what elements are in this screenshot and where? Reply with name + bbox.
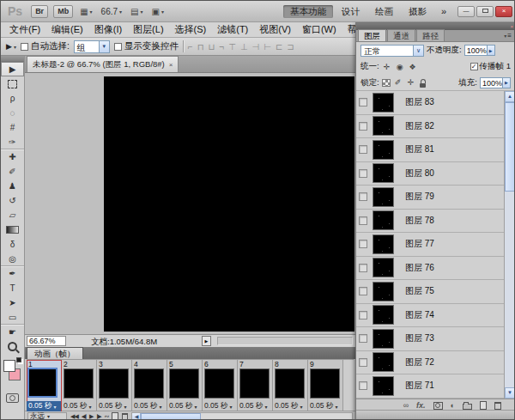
layer-thumbnail[interactable]	[373, 258, 394, 277]
panel-tab[interactable]: 通道	[387, 29, 415, 41]
layer-row[interactable]: 图层 78	[356, 210, 515, 234]
status-menu-button[interactable]: ▶	[202, 336, 211, 346]
align-icon[interactable]: ⊤	[228, 42, 236, 52]
status-zoom-input[interactable]: 66.67%	[27, 336, 66, 346]
more-workspaces-button[interactable]: »	[439, 6, 449, 16]
layer-thumbnail[interactable]	[373, 282, 394, 301]
layer-row[interactable]: 图层 81	[356, 138, 515, 162]
layer-thumbnail[interactable]	[373, 187, 394, 207]
visibility-toggle[interactable]	[359, 334, 367, 343]
minimize-button[interactable]: —	[457, 6, 475, 17]
animation-frame[interactable]: 2 0.05 秒 ▾	[62, 360, 97, 411]
horizontal-scrollbar[interactable]	[217, 337, 353, 345]
scroll-down-button[interactable]: ▼	[505, 387, 515, 399]
panel-tab[interactable]: 路径	[416, 29, 445, 41]
hand-tool[interactable]: ☛	[1, 325, 24, 339]
current-tool-indicator[interactable]: ▶ ▾	[6, 42, 16, 51]
animation-frame[interactable]: 4 0.05 秒 ▾	[132, 360, 167, 411]
animation-frame[interactable]: 8 0.05 秒 ▾	[273, 360, 308, 411]
close-icon[interactable]: ×	[169, 61, 173, 69]
lasso-tool[interactable]: ρ	[1, 91, 24, 106]
align-icon[interactable]: ⊓	[197, 42, 204, 52]
play-button[interactable]: ▶	[89, 413, 93, 420]
default-colors-icon[interactable]	[16, 357, 21, 362]
visibility-toggle[interactable]	[359, 240, 367, 248]
visibility-toggle[interactable]	[359, 192, 367, 201]
align-icon[interactable]: ⊔	[209, 42, 215, 52]
auto-select-scope-dropdown[interactable]: 组 ▾	[74, 40, 110, 53]
clone-stamp-tool[interactable]: ♟	[1, 179, 24, 193]
frame-thumbnail[interactable]	[64, 368, 94, 399]
unify-visibility-icon[interactable]: ◉	[395, 63, 405, 71]
scrubber-arrow-icon[interactable]: ▶	[487, 46, 494, 55]
layers-scrollbar[interactable]: ▲ ▼	[504, 91, 515, 399]
animation-frame[interactable]: 5 0.05 秒 ▾	[167, 360, 203, 411]
zoom-tool[interactable]	[1, 339, 24, 354]
show-transform-checkbox[interactable]: 显示变换控件	[114, 40, 179, 52]
next-frame-button[interactable]: |▶	[96, 413, 100, 420]
animation-panel-tab[interactable]: 动画（帧）	[27, 347, 83, 359]
align-icon[interactable]: ¬	[219, 42, 224, 52]
frame-thumbnail[interactable]	[169, 368, 199, 399]
scrubber-arrow-icon[interactable]: ▶	[502, 78, 510, 88]
animation-frame[interactable]: 1 0.05 秒 ▾	[27, 360, 62, 411]
link-layers-icon[interactable]: ∞	[403, 401, 409, 410]
workspace-button[interactable]: 摄影	[402, 5, 433, 18]
type-tool[interactable]: T	[1, 281, 24, 295]
menu-item[interactable]: 编辑(E)	[46, 22, 88, 37]
adjustment-layer-icon[interactable]: ◐	[451, 401, 455, 410]
unify-style-icon[interactable]: ❖	[408, 63, 418, 71]
layer-mask-icon[interactable]	[433, 402, 443, 410]
frame-duration-button[interactable]: 0.05 秒 ▾	[27, 401, 61, 411]
restore-button[interactable]	[476, 6, 494, 17]
animation-scrollbar[interactable]: ◀	[131, 412, 353, 420]
mini-bridge-button[interactable]: Mb	[53, 5, 73, 18]
layer-row[interactable]: 图层 71	[356, 374, 515, 399]
canvas-area[interactable]	[25, 73, 355, 334]
tween-button[interactable]: ∾	[105, 413, 109, 420]
toolbar-collapse-button[interactable]	[1, 56, 24, 62]
visibility-toggle[interactable]	[359, 358, 367, 367]
opacity-input[interactable]: 100% ▶	[464, 45, 495, 56]
eraser-tool[interactable]: ▱	[1, 208, 24, 222]
animation-frame[interactable]: 6 0.05 秒 ▾	[203, 360, 238, 411]
frame-thumbnail[interactable]	[99, 368, 129, 399]
layer-row[interactable]: 图层 83	[356, 91, 515, 115]
frame-thumbnail[interactable]	[27, 368, 58, 398]
layer-row[interactable]: 图层 82	[356, 115, 515, 139]
scroll-left-button[interactable]: ◀	[132, 413, 141, 420]
visibility-toggle[interactable]	[359, 381, 367, 390]
animation-frame[interactable]: 3 0.05 秒 ▾	[97, 360, 132, 411]
layer-thumbnail[interactable]	[373, 234, 394, 254]
align-icon[interactable]: ⊐	[287, 42, 294, 52]
menu-item[interactable]: 图层(L)	[128, 22, 168, 37]
layer-thumbnail[interactable]	[373, 140, 394, 160]
menu-item[interactable]: 视图(V)	[254, 22, 296, 37]
document-tab[interactable]: 未标题-2 @ 66.7% (图层 1, RGB/8#) ×	[27, 56, 179, 72]
menu-item[interactable]: 选择(S)	[170, 22, 212, 37]
visibility-toggle[interactable]	[359, 98, 367, 107]
align-icon[interactable]: ⊢	[264, 42, 271, 52]
gradient-tool[interactable]	[1, 222, 24, 237]
view-extras-button[interactable]: ▤ ▾	[129, 7, 144, 16]
workspace-button[interactable]: 设计	[335, 5, 367, 18]
auto-select-checkbox[interactable]: 自动选择:	[21, 40, 70, 52]
layer-style-icon[interactable]: fx.	[416, 401, 426, 410]
visibility-toggle[interactable]	[359, 264, 367, 272]
layer-row[interactable]: 图层 72	[356, 351, 515, 375]
quick-select-tool[interactable]: ◌	[1, 106, 24, 120]
visibility-toggle[interactable]	[359, 311, 367, 320]
layer-thumbnail[interactable]	[373, 329, 394, 349]
layer-thumbnail[interactable]	[373, 376, 394, 396]
scroll-up-button[interactable]: ▲	[505, 91, 515, 102]
new-group-icon[interactable]	[463, 404, 472, 410]
path-select-tool[interactable]: ➤	[1, 295, 24, 310]
layer-thumbnail[interactable]	[373, 116, 394, 136]
previous-frame-button[interactable]: ◀|	[82, 413, 86, 420]
blur-tool[interactable]: δ	[1, 237, 24, 252]
workspace-button[interactable]: 基本功能	[283, 5, 333, 18]
layer-row[interactable]: 图层 80	[356, 162, 515, 186]
align-icon[interactable]: ⊣	[252, 42, 260, 52]
layer-thumbnail[interactable]	[373, 93, 394, 113]
propagate-frame-checkbox[interactable]: ✓ 传播帧 1	[470, 61, 511, 72]
